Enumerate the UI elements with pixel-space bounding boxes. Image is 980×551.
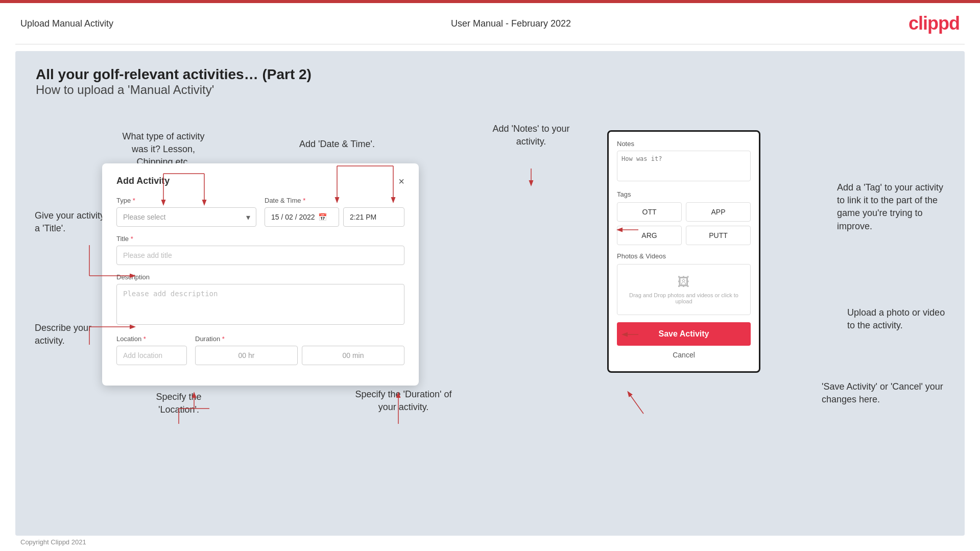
duration-min-input[interactable] xyxy=(302,346,404,365)
save-activity-button[interactable]: Save Activity xyxy=(617,322,751,346)
heading-sub: How to upload a 'Manual Activity' xyxy=(36,83,944,97)
title-label: Title * xyxy=(116,235,404,243)
duration-group: Duration * xyxy=(195,335,404,365)
notes-textarea[interactable] xyxy=(617,151,751,181)
dialog-header: Add Activity × xyxy=(116,176,404,186)
add-activity-dialog: Add Activity × Type * Please select ▾ Da… xyxy=(102,163,419,386)
date-time-row: 15 / 02 / 2022 📅 xyxy=(265,207,404,227)
annotation-give-title: Give your activity a 'Title'. xyxy=(35,209,106,235)
datetime-group: Date & Time * 15 / 02 / 2022 📅 xyxy=(265,197,404,227)
location-group: Location * xyxy=(116,335,187,365)
datetime-label: Date & Time * xyxy=(265,197,404,204)
date-value: 15 / 02 / 2022 xyxy=(271,213,315,221)
date-input[interactable]: 15 / 02 / 2022 📅 xyxy=(265,207,339,227)
header: Upload Manual Activity User Manual - Feb… xyxy=(0,3,980,44)
type-datetime-row: Type * Please select ▾ Date & Time * 15 … xyxy=(116,197,404,227)
annotation-datetime: Add 'Date & Time'. xyxy=(291,138,383,151)
annotation-location: Specify the 'Location'. xyxy=(138,391,220,416)
heading-main: All your golf-relevant activities… (Part… xyxy=(36,66,944,83)
footer: Copyright Clippd 2021 xyxy=(20,538,86,546)
annotation-notes: Add 'Notes' to your activity. xyxy=(490,123,572,148)
copyright-text: Copyright Clippd 2021 xyxy=(20,538,86,546)
heading-block: All your golf-relevant activities… (Part… xyxy=(36,66,944,97)
photo-drop-zone[interactable]: 🖼 Drag and Drop photos and videos or cli… xyxy=(617,264,751,315)
annotation-save: 'Save Activity' or 'Cancel' your changes… xyxy=(822,380,949,406)
title-input[interactable] xyxy=(116,246,404,265)
location-duration-row: Location * Duration * xyxy=(116,335,404,365)
notes-label: Notes xyxy=(617,140,751,148)
tag-arg[interactable]: ARG xyxy=(617,226,682,245)
type-group: Type * Please select ▾ xyxy=(116,197,256,227)
header-divider xyxy=(15,44,965,44)
title-group: Title * xyxy=(116,235,404,265)
annotation-describe: Describe your activity. xyxy=(35,322,106,347)
dialog-title: Add Activity xyxy=(116,176,170,186)
type-label: Type * xyxy=(116,197,256,204)
page-title: Upload Manual Activity xyxy=(20,18,113,29)
annotation-upload: Upload a photo or video to the activity. xyxy=(847,306,949,332)
tags-grid: OTT APP ARG PUTT xyxy=(617,202,751,245)
annotation-tag: Add a 'Tag' to your activity to link it … xyxy=(837,181,949,233)
annotation-duration: Specify the 'Duration' of your activity. xyxy=(347,388,460,414)
duration-label: Duration * xyxy=(195,335,404,343)
logo: clippd xyxy=(909,13,960,34)
tag-putt[interactable]: PUTT xyxy=(686,226,751,245)
location-label: Location * xyxy=(116,335,187,343)
svg-line-18 xyxy=(628,392,643,414)
photos-label: Photos & Videos xyxy=(617,252,751,260)
cancel-link[interactable]: Cancel xyxy=(617,351,751,363)
time-input[interactable] xyxy=(343,207,404,227)
doc-title: User Manual - February 2022 xyxy=(451,18,571,29)
type-select-wrapper: Please select ▾ xyxy=(116,207,256,227)
tag-ott[interactable]: OTT xyxy=(617,202,682,222)
phone-mockup: Notes Tags OTT APP ARG PUTT Photos & Vid… xyxy=(607,130,760,373)
close-button[interactable]: × xyxy=(398,176,404,186)
description-label: Description xyxy=(116,273,404,281)
tags-label: Tags xyxy=(617,190,751,198)
duration-row xyxy=(195,346,404,365)
calendar-icon: 📅 xyxy=(318,213,327,221)
phone-inner: Notes Tags OTT APP ARG PUTT Photos & Vid… xyxy=(609,132,759,371)
tag-app[interactable]: APP xyxy=(686,202,751,222)
main-content: All your golf-relevant activities… (Part… xyxy=(15,51,965,536)
description-textarea[interactable] xyxy=(116,284,404,325)
description-group: Description xyxy=(116,273,404,327)
image-icon: 🖼 xyxy=(628,275,740,289)
photo-drop-text: Drag and Drop photos and videos or click… xyxy=(628,292,740,304)
type-select[interactable]: Please select xyxy=(116,207,256,227)
location-input[interactable] xyxy=(116,346,187,365)
duration-hr-input[interactable] xyxy=(195,346,298,365)
